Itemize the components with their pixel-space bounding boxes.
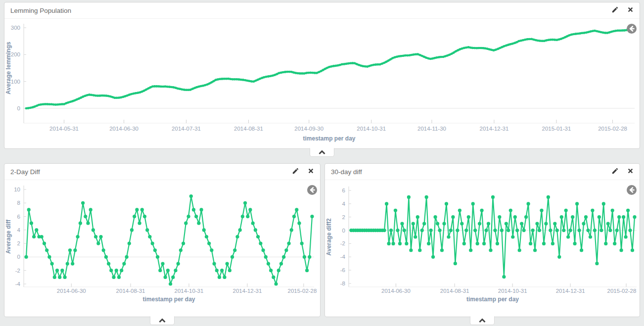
panel-lemming-population: Lemming Population 01002003002014-05-312…	[4, 2, 640, 149]
collapse-panel-button[interactable]	[470, 316, 495, 325]
x-icon	[627, 6, 634, 14]
svg-text:2014-06-30: 2014-06-30	[381, 288, 411, 294]
svg-text:timestamp per day: timestamp per day	[142, 296, 195, 303]
panel-body: -8-6-4-202462014-06-302014-08-312014-10-…	[325, 180, 640, 317]
panel-body: 01002003002014-05-312014-06-302014-07-31…	[4, 19, 640, 148]
panel-body: -4-202468102014-06-302014-08-312014-10-3…	[4, 180, 320, 317]
svg-text:-4: -4	[15, 281, 21, 287]
remove-panel-button[interactable]	[627, 6, 634, 14]
x-icon	[627, 168, 634, 176]
svg-text:2014-11-30: 2014-11-30	[417, 126, 446, 132]
svg-text:2014-12-31: 2014-12-31	[556, 288, 585, 294]
pencil-icon	[611, 6, 619, 15]
svg-text:-2: -2	[15, 268, 20, 274]
svg-text:0: 0	[342, 228, 345, 233]
chevron-up-icon	[478, 316, 486, 325]
svg-text:Average lemmings: Average lemmings	[5, 42, 12, 94]
panel-title: Lemming Population	[10, 7, 71, 14]
svg-text:-8: -8	[340, 280, 345, 286]
svg-text:2015-02-28: 2015-02-28	[598, 126, 627, 132]
zoom-out-button[interactable]	[626, 23, 637, 34]
svg-text:2014-05-31: 2014-05-31	[49, 126, 79, 132]
panel-header: 30-day diff	[325, 164, 640, 180]
dashboard: Lemming Population 01002003002014-05-312…	[0, 0, 644, 317]
zoom-out-button[interactable]	[307, 185, 318, 195]
two-day-diff-chart[interactable]: -4-202468102014-06-302014-08-312014-10-3…	[4, 180, 320, 317]
svg-text:0: 0	[17, 105, 20, 111]
panel-actions	[611, 167, 634, 176]
pencil-icon	[292, 167, 299, 176]
svg-text:2014-06-30: 2014-06-30	[57, 288, 86, 294]
panel-header: Lemming Population	[4, 2, 640, 19]
svg-text:2: 2	[17, 240, 20, 246]
svg-text:timestamp per day: timestamp per day	[466, 296, 519, 303]
edit-panel-button[interactable]	[292, 167, 299, 176]
edit-panel-button[interactable]	[611, 167, 619, 176]
svg-text:2014-10-31: 2014-10-31	[498, 288, 527, 294]
remove-panel-button[interactable]	[308, 168, 314, 176]
svg-text:2014-08-31: 2014-08-31	[234, 126, 263, 132]
pencil-icon	[611, 167, 619, 176]
svg-text:2: 2	[342, 214, 345, 220]
svg-text:-4: -4	[340, 254, 346, 260]
svg-text:2014-12-31: 2014-12-31	[480, 126, 509, 132]
panel-header: 2-Day Diff	[4, 164, 320, 180]
chevron-up-icon	[158, 316, 166, 325]
svg-text:10: 10	[14, 186, 20, 192]
svg-text:-2: -2	[340, 240, 345, 246]
svg-text:2014-09-30: 2014-09-30	[294, 126, 323, 132]
svg-text:6: 6	[342, 187, 345, 193]
panel-actions	[611, 6, 634, 15]
circle-left-arrow-icon	[626, 189, 637, 197]
svg-text:Average diff: Average diff	[5, 219, 12, 254]
svg-text:200: 200	[11, 51, 20, 57]
remove-panel-button[interactable]	[627, 168, 634, 176]
panel-title: 2-Day Diff	[10, 168, 40, 176]
panel-title: 30-day diff	[331, 168, 362, 176]
svg-text:4: 4	[342, 201, 346, 207]
panel-2-day-diff: 2-Day Diff -4-202468102014-06-3020	[4, 163, 321, 317]
svg-text:-6: -6	[340, 267, 345, 273]
zoom-out-button[interactable]	[626, 185, 637, 195]
svg-text:timestamp per day: timestamp per day	[303, 135, 355, 142]
svg-text:4: 4	[17, 227, 21, 233]
circle-left-arrow-icon	[307, 189, 318, 197]
thirty-day-diff-chart[interactable]: -8-6-4-202462014-06-302014-08-312014-10-…	[325, 180, 640, 317]
svg-text:2015-02-28: 2015-02-28	[288, 288, 317, 294]
svg-text:2014-08-31: 2014-08-31	[440, 288, 469, 294]
svg-text:2015-01-31: 2015-01-31	[542, 126, 571, 132]
svg-text:2014-10-31: 2014-10-31	[175, 288, 204, 294]
svg-text:300: 300	[11, 25, 20, 31]
circle-left-arrow-icon	[626, 28, 637, 36]
svg-text:2014-12-31: 2014-12-31	[233, 288, 262, 294]
svg-text:6: 6	[17, 214, 20, 220]
edit-panel-button[interactable]	[611, 6, 619, 15]
collapse-panel-button[interactable]	[150, 316, 175, 325]
svg-text:2014-10-31: 2014-10-31	[357, 126, 386, 132]
svg-text:2015-02-28: 2015-02-28	[607, 288, 637, 294]
svg-text:Average diff2: Average diff2	[325, 218, 332, 256]
bottom-row: 2-Day Diff -4-202468102014-06-3020	[4, 163, 640, 317]
collapse-panel-button[interactable]	[310, 148, 334, 157]
svg-text:2014-08-31: 2014-08-31	[116, 288, 145, 294]
svg-text:2014-06-30: 2014-06-30	[109, 126, 138, 132]
svg-text:2014-07-31: 2014-07-31	[172, 126, 201, 132]
svg-text:8: 8	[17, 200, 20, 206]
chevron-up-icon	[318, 148, 326, 157]
svg-text:100: 100	[11, 79, 20, 85]
lemming-population-chart[interactable]: 01002003002014-05-312014-06-302014-07-31…	[4, 19, 640, 148]
svg-text:0: 0	[17, 254, 20, 260]
panel-30-day-diff: 30-day diff -8-6-4-202462014-06-30	[324, 163, 640, 317]
panel-actions	[292, 167, 314, 176]
x-icon	[308, 168, 314, 176]
